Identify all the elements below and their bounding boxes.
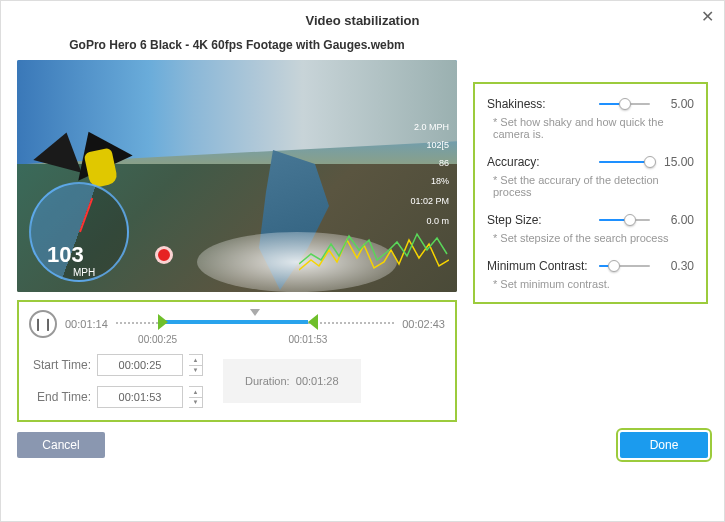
setting-desc: * Set minimum contrast. <box>493 278 694 290</box>
setting-shakiness: Shakiness: 5.00 * Set how shaky and how … <box>487 96 694 140</box>
timeline-track[interactable]: 00:00:25 00:01:53 <box>116 316 394 332</box>
video-stabilization-dialog: ✕ Video stabilization GoPro Hero 6 Black… <box>0 0 725 522</box>
record-icon <box>155 246 173 264</box>
end-time-input[interactable]: 00:01:53 <box>97 386 183 408</box>
overlay-p1: 86 <box>439 158 449 168</box>
cancel-button[interactable]: Cancel <box>17 432 105 458</box>
accuracy-slider[interactable] <box>599 154 650 170</box>
overlay-altitude: 2.0 MPH <box>414 122 449 132</box>
range-start-handle[interactable] <box>158 314 168 330</box>
done-button[interactable]: Done <box>620 432 708 458</box>
video-filename: GoPro Hero 6 Black - 4K 60fps Footage wi… <box>17 38 457 52</box>
chevron-up-icon[interactable]: ▲ <box>189 387 202 398</box>
setting-label: Step Size: <box>487 213 591 227</box>
setting-contrast: Minimum Contrast: 0.30 * Set minimum con… <box>487 258 694 290</box>
overlay-p2: 18% <box>431 176 449 186</box>
shakiness-slider[interactable] <box>599 96 650 112</box>
timeline-panel: ❙❙ 00:01:14 00:00:25 00:01:53 00:02:43 <box>17 300 457 422</box>
gauge-unit: MPH <box>73 267 95 278</box>
start-time-spinner[interactable]: ▲▼ <box>189 354 203 376</box>
setting-value: 5.00 <box>658 97 694 111</box>
overlay-speed: 102[5 <box>426 140 449 150</box>
path-graph-icon <box>299 220 449 280</box>
range-end-label: 00:01:53 <box>288 334 327 345</box>
settings-panel: Shakiness: 5.00 * Set how shaky and how … <box>473 82 708 304</box>
video-preview[interactable]: 103 MPH 2.0 MPH 102[5 86 18% 01:02 PM 0.… <box>17 60 457 292</box>
dialog-title: Video stabilization <box>1 1 724 38</box>
pause-button[interactable]: ❙❙ <box>29 310 57 338</box>
range-start-label: 00:00:25 <box>138 334 177 345</box>
setting-stepsize: Step Size: 6.00 * Set stepsize of the se… <box>487 212 694 244</box>
chevron-down-icon[interactable]: ▼ <box>189 398 202 408</box>
end-time-label: End Time: <box>29 390 91 404</box>
gauge-speed-value: 103 <box>47 242 84 268</box>
duration-display: Duration: 00:01:28 <box>223 359 361 403</box>
duration-label: Duration: <box>245 375 290 387</box>
contrast-slider[interactable] <box>599 258 650 274</box>
setting-label: Minimum Contrast: <box>487 259 591 273</box>
setting-desc: * Set stepsize of the search process <box>493 232 694 244</box>
duration-value: 00:01:28 <box>296 375 339 387</box>
setting-label: Accuracy: <box>487 155 591 169</box>
setting-desc: * Set the accurary of the detection proc… <box>493 174 694 198</box>
start-time-label: Start Time: <box>29 358 91 372</box>
setting-value: 0.30 <box>658 259 694 273</box>
setting-desc: * Set how shaky and how quick the camera… <box>493 116 694 140</box>
setting-label: Shakiness: <box>487 97 591 111</box>
timeline-current-time: 00:01:14 <box>65 318 108 330</box>
overlay-time: 01:02 PM <box>410 196 449 206</box>
stepsize-slider[interactable] <box>599 212 650 228</box>
setting-value: 15.00 <box>658 155 694 169</box>
setting-value: 6.00 <box>658 213 694 227</box>
timeline-total-time: 00:02:43 <box>402 318 445 330</box>
range-end-handle[interactable] <box>308 314 318 330</box>
playhead-icon[interactable] <box>250 309 260 316</box>
chevron-up-icon[interactable]: ▲ <box>189 355 202 366</box>
close-icon[interactable]: ✕ <box>701 7 714 26</box>
speed-gauge: 103 MPH <box>29 182 129 282</box>
end-time-spinner[interactable]: ▲▼ <box>189 386 203 408</box>
start-time-input[interactable]: 00:00:25 <box>97 354 183 376</box>
setting-accuracy: Accuracy: 15.00 * Set the accurary of th… <box>487 154 694 198</box>
chevron-down-icon[interactable]: ▼ <box>189 366 202 376</box>
